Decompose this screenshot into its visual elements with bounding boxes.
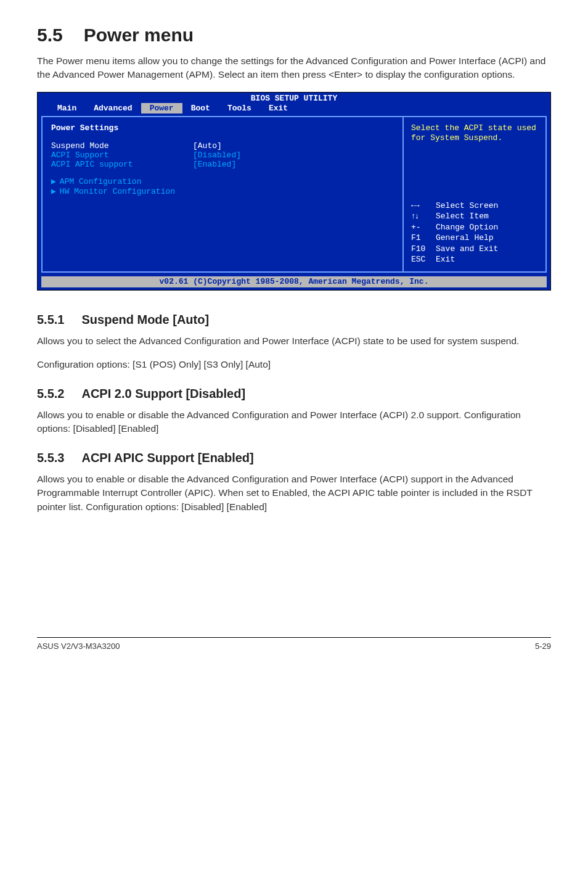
key-row: ESCExit [411, 254, 538, 265]
section-intro: The Power menu items allow you to change… [37, 54, 551, 82]
bios-value: [Disabled] [193, 151, 241, 160]
triangle-icon: ▶ [51, 187, 56, 196]
key-row: F1General Help [411, 233, 538, 244]
subsection-number: 5.5.3 [37, 451, 64, 465]
bios-body: Power Settings Suspend Mode [Auto] ACPI … [41, 116, 547, 273]
bios-header: BIOS SETUP UTILITY [38, 93, 550, 103]
bios-footer: v02.61 (C)Copyright 1985-2008, American … [41, 276, 547, 287]
key-glyph: ESC [411, 254, 436, 265]
bios-subitems: ▶APM Configuration ▶HW Monitor Configura… [51, 176, 394, 196]
subsection-heading: 5.5.1Suspend Mode [Auto] [37, 313, 551, 327]
bios-row-acpi-support[interactable]: ACPI Support [Disabled] [51, 151, 394, 160]
page-footer: ASUS V2/V3-M3A3200 5-29 [37, 637, 551, 651]
bios-sub-hwmon[interactable]: ▶HW Monitor Configuration [51, 186, 394, 196]
section-title: 5.5Power menu [37, 25, 551, 46]
subsection-para: Allows you to enable or disable the Adva… [37, 408, 551, 436]
key-row: ←→Select Screen [411, 200, 538, 212]
menu-advanced[interactable]: Advanced [85, 103, 141, 113]
section-title-text: Power menu [84, 25, 194, 45]
footer-left: ASUS V2/V3-M3A3200 [37, 642, 120, 651]
bios-row-suspend[interactable]: Suspend Mode [Auto] [51, 141, 394, 151]
subsection-para: Allows you to select the Advanced Config… [37, 334, 551, 348]
key-glyph: ↑↓ [411, 211, 436, 222]
key-text: Select Item [436, 212, 489, 221]
subsection-para: Configuration options: [S1 (POS) Only] [… [37, 358, 551, 371]
key-glyph: +- [411, 222, 436, 233]
subsection-title: ACPI APIC Support [Enabled] [81, 451, 253, 464]
bios-help-text: Select the ACPI state used for System Su… [411, 123, 538, 144]
menu-exit[interactable]: Exit [260, 103, 296, 113]
subsection-para: Allows you to enable or disable the Adva… [37, 472, 551, 514]
key-text: Save and Exit [436, 244, 498, 254]
subsection-heading: 5.5.3ACPI APIC Support [Enabled] [37, 451, 551, 465]
bios-sub-label: APM Configuration [60, 177, 142, 186]
subsection-title: ACPI 2.0 Support [Disabled] [81, 387, 245, 400]
key-text: Change Option [436, 223, 498, 232]
key-text: Select Screen [436, 201, 498, 210]
footer-right: 5-29 [535, 642, 551, 651]
bios-left-panel: Power Settings Suspend Mode [Auto] ACPI … [43, 117, 404, 271]
bios-sub-apm[interactable]: ▶APM Configuration [51, 176, 394, 186]
bios-window: BIOS SETUP UTILITY Main Advanced Power B… [37, 92, 551, 291]
menu-main[interactable]: Main [49, 103, 85, 113]
key-glyph: F10 [411, 244, 436, 255]
subsection-number: 5.5.1 [37, 313, 64, 327]
key-text: Exit [436, 255, 455, 264]
bios-label: ACPI Support [51, 151, 193, 160]
subsection-number: 5.5.2 [37, 387, 64, 401]
key-glyph: ←→ [411, 200, 436, 212]
key-row: ↑↓Select Item [411, 211, 538, 222]
bios-value: [Auto] [193, 141, 222, 151]
key-text: General Help [436, 233, 494, 242]
menu-boot[interactable]: Boot [182, 103, 219, 113]
bios-key-legend: ←→Select Screen ↑↓Select Item +-Change O… [411, 200, 538, 265]
menu-power[interactable]: Power [141, 103, 182, 113]
bios-value: [Enabled] [193, 160, 236, 169]
triangle-icon: ▶ [51, 177, 56, 186]
key-row: F10Save and Exit [411, 244, 538, 255]
menu-tools[interactable]: Tools [219, 103, 260, 113]
section-number: 5.5 [37, 25, 63, 46]
bios-label: Suspend Mode [51, 141, 193, 151]
bios-sub-label: HW Monitor Configuration [60, 187, 175, 196]
subsection-title: Suspend Mode [Auto] [81, 313, 209, 326]
bios-label: ACPI APIC support [51, 160, 193, 169]
bios-right-panel: Select the ACPI state used for System Su… [404, 117, 545, 271]
bios-panel-heading: Power Settings [51, 123, 394, 133]
key-row: +-Change Option [411, 222, 538, 233]
bios-menubar: Main Advanced Power Boot Tools Exit [38, 103, 550, 116]
subsection-heading: 5.5.2ACPI 2.0 Support [Disabled] [37, 387, 551, 401]
bios-row-acpi-apic[interactable]: ACPI APIC support [Enabled] [51, 160, 394, 169]
key-glyph: F1 [411, 233, 436, 244]
